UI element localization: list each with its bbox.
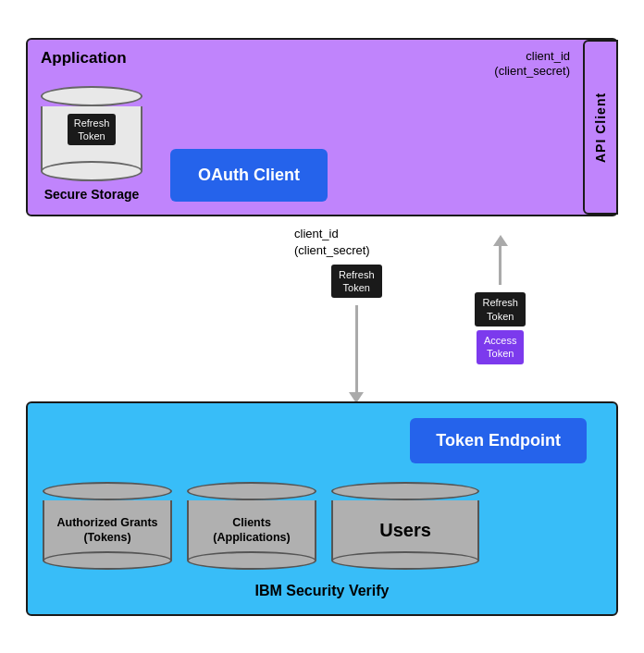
client-id-middle-line1: client_id [294,227,339,240]
middle-content: client_id (client_secret) RefreshToken R… [26,216,618,401]
arrow-head-up [493,235,508,246]
arrow-shaft-up [499,246,502,286]
refresh-token-badge-right: RefreshToken [475,292,526,326]
app-inner: RefreshToken Secure Storage OAuth Client [41,86,603,202]
refresh-token-badge-mid: RefreshToken [331,265,382,299]
db-top-3 [331,482,479,500]
db-clients-cylinder: Clients(Applications) [187,482,316,570]
db-authorized-grants-cylinder: Authorized Grants(Tokens) [43,482,172,570]
application-box: Application client_id (client_secret) Re… [26,38,618,216]
ibm-databases: Authorized Grants(Tokens) Clients(Applic… [43,482,601,570]
secure-storage-cylinder: RefreshToken [41,86,142,181]
client-id-middle: client_id (client_secret) [294,226,370,259]
db-top-1 [43,482,172,500]
client-id-line1: client_id [526,49,570,63]
ibm-footer-label: IBM Security Verify [43,583,601,599]
diagram-wrapper: Application client_id (client_secret) Re… [26,38,618,616]
arrow-shaft-down [355,305,358,391]
db-clients: Clients(Applications) [187,482,316,570]
access-token-badge-right: AccessToken [477,330,524,364]
application-label: Application [41,49,127,68]
db-top-2 [187,482,316,500]
db-authorized-grants: Authorized Grants(Tokens) [43,482,172,570]
arrow-down-left: RefreshToken [331,265,382,403]
arrow-up-right: RefreshToken AccessToken [475,235,526,364]
client-id-line2: (client_secret) [494,64,570,78]
ibm-security-verify-box: Token Endpoint Authorized Grants(Tokens)… [26,401,618,616]
api-client-label: API Client [583,40,618,215]
client-id-middle-line2: (client_secret) [294,243,370,257]
refresh-token-badge-inside: RefreshToken [68,114,117,146]
db-users-cylinder: Users [331,482,479,570]
db-users: Users [331,482,479,570]
oauth-client-button[interactable]: OAuth Client [170,149,328,202]
middle-section: client_id (client_secret) RefreshToken R… [26,216,618,401]
cylinder-bottom [41,161,142,181]
token-endpoint-button[interactable]: Token Endpoint [410,418,587,463]
client-id-top-text: client_id (client_secret) [494,49,570,80]
db-bottom-2 [187,551,316,570]
db-bottom-3 [331,551,479,570]
secure-storage-container: RefreshToken Secure Storage [41,86,142,202]
db-bottom-1 [43,551,172,570]
cylinder-top [41,86,142,106]
secure-storage-label: Secure Storage [44,187,140,202]
